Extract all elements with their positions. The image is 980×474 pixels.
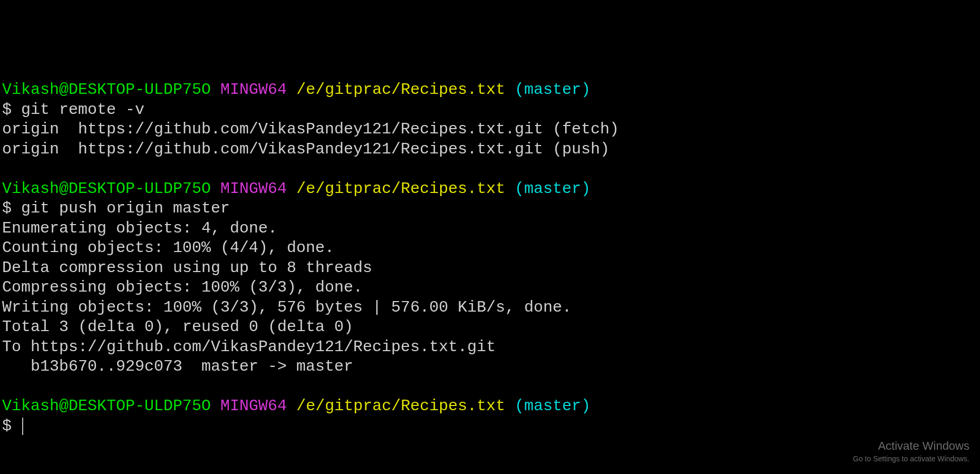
blank-line (2, 159, 978, 179)
prompt-branch: (master) (515, 81, 590, 99)
output-line: To https://github.com/VikasPandey121/Rec… (2, 337, 978, 357)
watermark-subtitle: Go to Settings to activate Windows. (853, 454, 969, 464)
prompt-line: Vikash@DESKTOP-ULDP75O MINGW64 /e/gitpra… (2, 80, 978, 100)
windows-activation-watermark: Activate Windows Go to Settings to activ… (853, 439, 969, 463)
cursor (22, 418, 23, 435)
terminal-output[interactable]: Vikash@DESKTOP-ULDP75O MINGW64 /e/gitpra… (2, 80, 978, 436)
prompt-symbol: $ (2, 417, 21, 435)
prompt-path: /e/gitprac/Recipes.txt (296, 397, 505, 415)
prompt-env: MINGW64 (220, 180, 287, 198)
output-line: b13b670..929c073 master -> master (2, 357, 978, 377)
output-line: Delta compression using up to 8 threads (2, 258, 978, 278)
prompt-path: /e/gitprac/Recipes.txt (296, 180, 505, 198)
blank-line (2, 377, 978, 397)
prompt-user: Vikash@DESKTOP-ULDP75O (2, 180, 211, 198)
prompt-branch: (master) (515, 180, 590, 198)
output-line: origin https://github.com/VikasPandey121… (2, 140, 978, 160)
command-line: $ (2, 417, 978, 437)
output-line: Total 3 (delta 0), reused 0 (delta 0) (2, 317, 978, 337)
output-line: Compressing objects: 100% (3/3), done. (2, 278, 978, 298)
prompt-env: MINGW64 (220, 81, 287, 99)
prompt-line: Vikash@DESKTOP-ULDP75O MINGW64 /e/gitpra… (2, 396, 978, 417)
command-line: $ git push origin master (2, 199, 978, 219)
output-line: origin https://github.com/VikasPandey121… (2, 120, 978, 140)
watermark-title: Activate Windows (853, 439, 969, 453)
prompt-user: Vikash@DESKTOP-ULDP75O (2, 81, 211, 99)
prompt-line: Vikash@DESKTOP-ULDP75O MINGW64 /e/gitpra… (2, 179, 978, 199)
output-line: Writing objects: 100% (3/3), 576 bytes |… (2, 298, 978, 318)
command-line: $ git remote -v (2, 100, 978, 120)
output-line: Enumerating objects: 4, done. (2, 219, 978, 239)
prompt-env: MINGW64 (220, 397, 287, 415)
output-line: Counting objects: 100% (4/4), done. (2, 238, 978, 258)
prompt-path: /e/gitprac/Recipes.txt (296, 81, 505, 99)
prompt-branch: (master) (515, 397, 590, 415)
prompt-user: Vikash@DESKTOP-ULDP75O (2, 397, 211, 415)
